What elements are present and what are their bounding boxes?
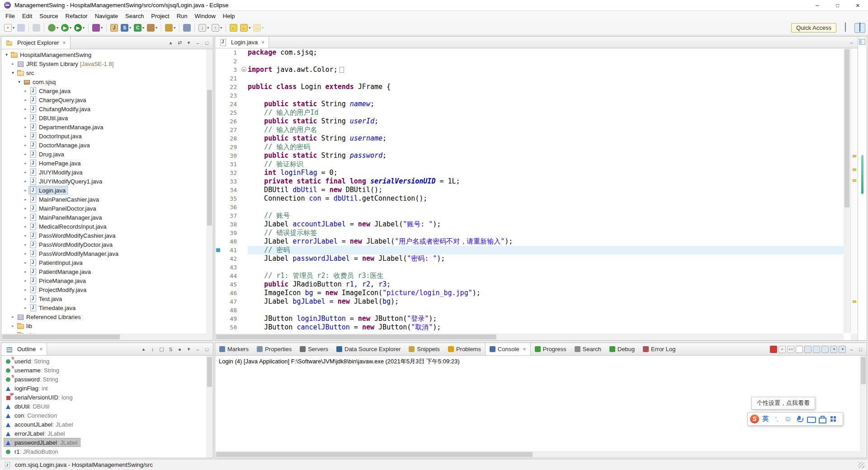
- code-text[interactable]: private static final long serialVersionU…: [248, 177, 844, 186]
- menu-item-window[interactable]: Window: [191, 12, 219, 20]
- code-text[interactable]: JButton cancelJButton = new JButton("取消"…: [248, 323, 844, 332]
- hide-non-public-button[interactable]: ●: [176, 345, 184, 353]
- code-line-45[interactable]: 45 public JRadioButton r1, r2, r3;: [215, 280, 844, 289]
- view-menu-button[interactable]: ▾: [185, 39, 193, 47]
- tree-item-passwordmodifydoctor-java[interactable]: ▸PassWordModifyDoctor.java: [1, 240, 206, 249]
- code-line-42[interactable]: 42 JLabel passwordJLabel = new JLabel("密…: [215, 254, 844, 263]
- menu-item-file[interactable]: File: [2, 12, 19, 20]
- code-text[interactable]: // 输入的用户Id: [248, 108, 844, 117]
- tab-progress[interactable]: Progress: [531, 343, 571, 355]
- code-line-31[interactable]: 31 // 验证标识: [215, 160, 844, 169]
- fold-gutter[interactable]: [241, 160, 248, 169]
- link-with-editor-button[interactable]: ⇄: [176, 39, 184, 47]
- maximize-button[interactable]: [203, 345, 211, 353]
- tab-console[interactable]: Console: [485, 343, 531, 355]
- fold-gutter[interactable]: [241, 306, 248, 315]
- minimize-button[interactable]: [194, 39, 202, 47]
- view-menu-button[interactable]: ▾: [185, 345, 193, 353]
- tab-servers[interactable]: Servers: [296, 343, 332, 355]
- scrollbar-thumb[interactable]: [2, 334, 120, 339]
- back-button[interactable]: ←▾: [239, 22, 252, 34]
- fold-gutter[interactable]: [241, 297, 248, 306]
- expand-arrow-icon[interactable]: ▸: [22, 242, 29, 247]
- code-line-1[interactable]: 1package com.sjsq;: [215, 48, 844, 57]
- code-text[interactable]: // 验证标识: [248, 160, 844, 169]
- terminate-button[interactable]: [770, 346, 777, 353]
- fold-gutter[interactable]: [241, 100, 248, 108]
- code-text[interactable]: JLabel errorJLabel = new JLabel("用户名或者密码…: [248, 237, 844, 246]
- external-tools-button[interactable]: ▶▾: [73, 22, 86, 34]
- dropdown-arrow-icon[interactable]: ▾: [156, 26, 157, 30]
- code-text[interactable]: Connection con = dbUtil.getConnection();: [248, 194, 844, 203]
- save-button[interactable]: [16, 22, 26, 34]
- last-edit-location-button[interactable]: ←: [228, 22, 239, 34]
- overview-ruler[interactable]: [850, 48, 858, 333]
- expand-arrow-icon[interactable]: ▸: [22, 116, 29, 120]
- outline-item-accountjlabel[interactable]: accountJLabel : JLabel: [1, 420, 206, 429]
- tree-item-jiuyimodifyquery1-java[interactable]: ▸JIUYIModifyQuery1.java: [1, 177, 206, 186]
- dropdown-arrow-icon[interactable]: ▾: [13, 26, 14, 30]
- fold-gutter[interactable]: [241, 74, 248, 83]
- code-line-27[interactable]: 27 // 输入的用户名: [215, 126, 844, 134]
- expand-arrow-icon[interactable]: ▸: [22, 269, 29, 274]
- tab-search[interactable]: Search: [571, 343, 605, 355]
- maximize-button[interactable]: [203, 39, 211, 47]
- expand-arrow-icon[interactable]: ▸: [22, 89, 29, 93]
- expand-arrow-icon[interactable]: ▸: [22, 215, 29, 220]
- code-text[interactable]: public JRadioButton r1, r2, r3;: [248, 280, 844, 289]
- occurrence-marker-icon[interactable]: [853, 179, 856, 182]
- expand-arrow-icon[interactable]: ▸: [22, 188, 29, 193]
- expand-arrow-icon[interactable]: ▸: [22, 143, 29, 147]
- outline-item-serialversionuid[interactable]: SFserialVersionUID : long: [1, 393, 206, 402]
- outline-item-con[interactable]: con : Connection: [1, 411, 206, 420]
- code-text[interactable]: [248, 263, 844, 272]
- scrollbar-thumb[interactable]: [861, 357, 866, 384]
- code-line-46[interactable]: 46 ImageIcon bg = new ImageIcon("picture…: [215, 289, 844, 297]
- tree-item-drug-java[interactable]: ▸Drug.java: [1, 150, 206, 159]
- collapse-all-button[interactable]: ▴: [167, 39, 175, 47]
- resize-grip[interactable]: [858, 462, 864, 468]
- expand-arrow-icon[interactable]: ▸: [22, 170, 29, 174]
- console-hscrollbar[interactable]: [215, 451, 860, 458]
- window-close-button[interactable]: [848, 0, 868, 11]
- dropdown-arrow-icon[interactable]: ▾: [101, 26, 103, 30]
- tree-item-passwordmodifymanager-java[interactable]: ▸PassWordModifyManager.java: [1, 249, 206, 258]
- code-text[interactable]: public static String password;: [248, 151, 844, 160]
- code-text[interactable]: ImageIcon bg = new ImageIcon("picture/lo…: [248, 289, 844, 297]
- code-text[interactable]: // 账号: [248, 212, 844, 220]
- dropdown-arrow-icon[interactable]: ▾: [57, 26, 58, 30]
- code-line-25[interactable]: 25 // 输入的用户Id: [215, 108, 844, 117]
- expand-arrow-icon[interactable]: ▸: [22, 260, 29, 265]
- fold-gutter[interactable]: [241, 263, 248, 272]
- expand-arrow-icon[interactable]: ▸: [22, 206, 29, 211]
- code-text[interactable]: int loginFlag = 0;: [248, 169, 844, 177]
- fold-gutter[interactable]: [241, 212, 248, 220]
- console-vscrollbar[interactable]: [860, 356, 867, 451]
- tree-item-departmentmanage-java[interactable]: ▸DepartmentManage.java: [1, 122, 206, 132]
- collapse-arrow-icon[interactable]: ▾: [16, 80, 23, 84]
- expand-arrow-icon[interactable]: ▸: [22, 179, 29, 183]
- occurrence-marker-icon[interactable]: [853, 301, 856, 303]
- code-text[interactable]: public static String username;: [248, 134, 844, 143]
- collapse-all-button[interactable]: ▴: [140, 345, 147, 353]
- tree-item-login-java[interactable]: ▸Login.java: [1, 186, 206, 195]
- code-text[interactable]: JLabel accountJLabel = new JLabel("账号: "…: [248, 220, 844, 229]
- tab-snippets[interactable]: Snippets: [405, 343, 444, 355]
- expand-arrow-icon[interactable]: ▸: [9, 324, 16, 328]
- scrollbar-thumb[interactable]: [844, 49, 849, 207]
- fold-gutter[interactable]: [241, 194, 248, 203]
- code-line-47[interactable]: 47 JLabel bgJLabel = new JLabel(bg);: [215, 297, 844, 306]
- new-servlet-button[interactable]: S▾: [119, 22, 132, 34]
- outline-item-username[interactable]: Susername : String: [1, 366, 206, 375]
- word-wrap-button[interactable]: [813, 346, 820, 353]
- tree-item-referenced-libraries[interactable]: ▸Referenced Libraries: [1, 312, 206, 321]
- menu-item-edit[interactable]: Edit: [19, 12, 36, 20]
- outline-item-userid[interactable]: SuserId : String: [1, 357, 206, 366]
- code-line-40[interactable]: 40 JLabel errorJLabel = new JLabel("用户名或…: [215, 237, 844, 246]
- occurrence-marker-icon[interactable]: [853, 169, 856, 171]
- outline-item-password[interactable]: Spassword : String: [1, 375, 206, 384]
- tree-item-chufangmodify-java[interactable]: ▸ChufangModify.java: [1, 104, 206, 113]
- outline-vscrollbar[interactable]: [206, 356, 213, 458]
- code-line-26[interactable]: 26 public static String userId;: [215, 117, 844, 126]
- code-line-50[interactable]: 50 JButton cancelJButton = new JButton("…: [215, 323, 844, 332]
